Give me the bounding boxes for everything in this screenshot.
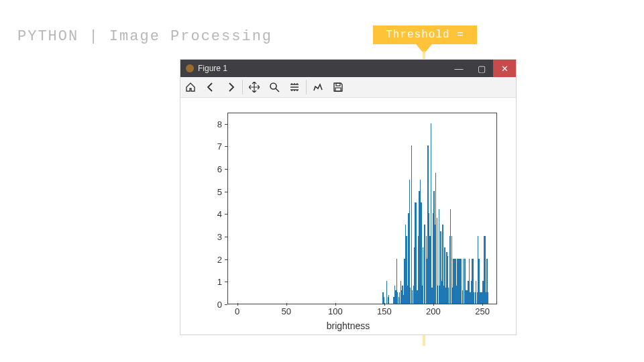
x-tick-label: 150 xyxy=(377,306,392,316)
y-tick-label: 4 xyxy=(180,209,222,219)
x-tick-mark xyxy=(335,303,336,306)
x-tick-mark xyxy=(286,303,287,306)
y-tick-label: 8 xyxy=(180,119,222,129)
save-icon[interactable] xyxy=(328,77,348,97)
histogram-bar xyxy=(409,180,410,304)
y-tick-mark xyxy=(225,237,227,237)
y-tick-label: 5 xyxy=(180,186,222,196)
plot-axes xyxy=(227,113,497,304)
y-tick-label: 7 xyxy=(180,141,222,152)
toolbar-separator xyxy=(242,80,243,95)
x-tick-label: 250 xyxy=(475,306,490,316)
x-axis-label: brightness xyxy=(180,320,516,331)
x-tick-label: 50 xyxy=(281,306,290,316)
y-tick-mark xyxy=(225,169,227,170)
threshold-arrow-icon xyxy=(416,44,432,54)
y-tick-mark xyxy=(225,214,227,215)
y-tick-mark xyxy=(225,259,227,260)
y-tick-label: 3 xyxy=(180,232,222,242)
window-title: Figure 1 xyxy=(198,64,447,73)
minimize-button[interactable]: — xyxy=(447,60,470,77)
x-tick-label: 100 xyxy=(328,306,343,316)
svg-rect-2 xyxy=(335,88,341,91)
y-tick-mark xyxy=(225,282,227,282)
edit-icon[interactable] xyxy=(308,77,328,97)
x-tick-mark xyxy=(384,303,385,306)
histogram-bar xyxy=(416,202,417,304)
histogram-bar xyxy=(431,123,431,304)
svg-rect-1 xyxy=(336,83,340,86)
y-tick-mark xyxy=(225,192,227,192)
zoom-icon[interactable] xyxy=(264,77,284,97)
svg-point-0 xyxy=(270,83,276,89)
maximize-button[interactable]: ▢ xyxy=(470,60,493,77)
x-tick-mark xyxy=(433,303,434,306)
forward-icon[interactable] xyxy=(221,77,241,97)
x-tick-label: 200 xyxy=(426,306,441,316)
y-tick-label: 1 xyxy=(180,277,222,287)
close-button[interactable]: ✕ xyxy=(493,60,516,77)
histogram-bar xyxy=(488,292,488,304)
x-tick-mark xyxy=(237,303,238,306)
y-tick-mark xyxy=(225,124,227,125)
window-titlebar[interactable]: Figure 1 — ▢ ✕ xyxy=(180,60,516,77)
home-icon[interactable] xyxy=(180,77,201,97)
subplots-icon[interactable] xyxy=(284,77,305,97)
threshold-badge: Threshold = 200 xyxy=(373,25,477,44)
y-tick-mark xyxy=(225,304,227,305)
plot-canvas[interactable]: 012345678 050100150200250 brightness xyxy=(180,98,516,335)
toolbar-separator xyxy=(306,80,307,95)
y-tick-mark xyxy=(225,146,227,147)
x-tick-mark xyxy=(482,303,483,306)
y-tick-label: 2 xyxy=(180,254,222,264)
histogram-bar xyxy=(388,295,389,304)
bars-layer xyxy=(228,113,496,304)
figure-window: Figure 1 — ▢ ✕ xyxy=(180,59,517,335)
histogram-bar xyxy=(411,145,412,304)
app-icon xyxy=(186,64,194,72)
pan-icon[interactable] xyxy=(244,77,264,97)
x-tick-label: 0 xyxy=(235,306,239,316)
y-tick-label: 0 xyxy=(180,300,222,310)
mpl-toolbar xyxy=(180,77,516,98)
page-title: PYTHON | Image Processing xyxy=(17,28,272,45)
back-icon[interactable] xyxy=(201,77,221,97)
y-tick-label: 6 xyxy=(180,164,222,174)
